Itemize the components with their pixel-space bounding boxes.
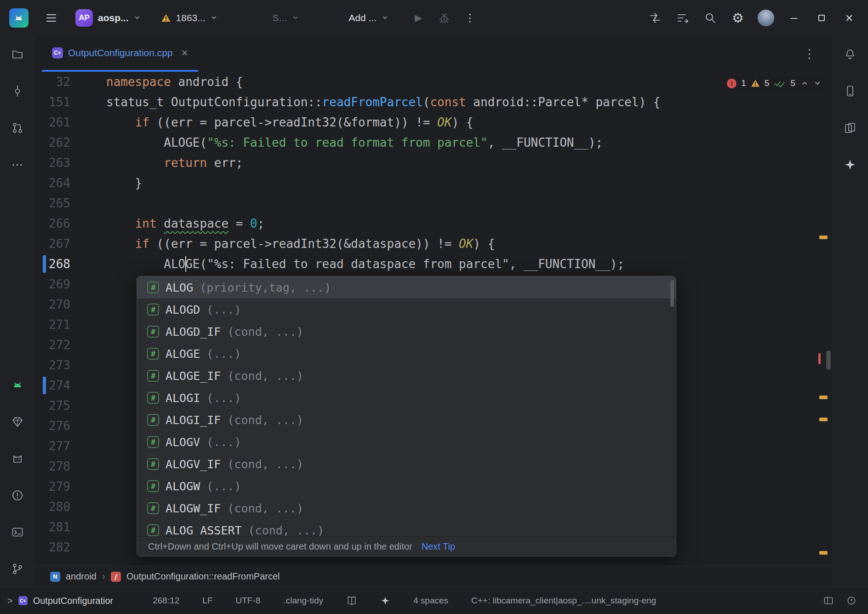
line-number[interactable]: 32	[34, 72, 106, 92]
completion-scrollbar[interactable]	[670, 280, 674, 307]
completion-item[interactable]: #ALOGW(...)	[137, 475, 676, 497]
line-number[interactable]: 266	[34, 213, 106, 234]
completion-item[interactable]: #ALOGD(...)	[137, 298, 676, 321]
completion-item[interactable]: #ALOGI_IF(cond, ...)	[137, 409, 676, 431]
code-line[interactable]: 32namespace android {	[34, 72, 832, 92]
minimize-button[interactable]: –	[786, 10, 802, 26]
chevron-down-icon[interactable]	[814, 80, 821, 87]
breadcrumb-item-function[interactable]: OutputConfiguration::readFromParcel	[126, 571, 280, 582]
completion-item[interactable]: #ALOGI(...)	[137, 387, 676, 409]
code-line[interactable]: 267 if ((err = parcel->readInt32(&datasp…	[34, 234, 832, 254]
gemini-button[interactable]	[843, 158, 857, 172]
vcs-change-marker[interactable]	[43, 255, 46, 273]
notifications-button[interactable]	[843, 47, 857, 61]
line-number[interactable]: 265	[34, 193, 106, 213]
app-quality-insights-button[interactable]	[11, 415, 24, 429]
code-line[interactable]: 265	[34, 193, 832, 213]
user-avatar[interactable]	[758, 10, 774, 26]
line-number[interactable]: 273	[34, 355, 106, 375]
overview-ruler[interactable]	[816, 72, 832, 566]
project-widget[interactable]: AP aosp...	[70, 6, 146, 30]
completion-item[interactable]: #ALOGV(...)	[137, 431, 676, 453]
code-line[interactable]: 261 if ((err = parcel->readInt32(&format…	[34, 112, 832, 132]
close-tab-icon[interactable]: ×	[182, 46, 188, 59]
line-number[interactable]: 275	[34, 396, 106, 416]
line-number[interactable]: 276	[34, 416, 106, 436]
next-tip-link[interactable]: Next Tip	[422, 541, 455, 552]
run-button[interactable]: ▶	[411, 10, 426, 26]
project-tool-button[interactable]	[11, 47, 24, 61]
statusbar-file-name[interactable]: OutputConfiguratior	[33, 596, 114, 606]
line-number[interactable]: 278	[34, 456, 106, 476]
completion-item[interactable]: #ALOGD_IF(cond, ...)	[137, 321, 676, 343]
line-number[interactable]: 263	[34, 153, 106, 173]
search-everywhere-button[interactable]	[702, 10, 718, 26]
logcat-button[interactable]	[11, 452, 24, 465]
commit-tool-button[interactable]	[11, 84, 24, 98]
problems-button[interactable]	[11, 488, 24, 502]
code-with-me-button[interactable]	[647, 10, 663, 26]
line-number[interactable]: 282	[34, 537, 106, 557]
running-devices-button[interactable]	[843, 121, 857, 135]
maximize-button[interactable]	[814, 10, 829, 26]
expand-chevron-icon[interactable]: >	[7, 596, 13, 606]
ruler-mark-warning[interactable]	[819, 396, 828, 399]
ai-sparkle-icon[interactable]	[380, 596, 390, 606]
clang-tidy-widget[interactable]: .clang-tidy	[283, 596, 323, 606]
line-number[interactable]: 281	[34, 517, 106, 537]
line-number[interactable]: 271	[34, 315, 106, 335]
device-manager-button[interactable]	[843, 84, 857, 98]
vcs-change-marker[interactable]	[43, 377, 46, 394]
chevron-up-icon[interactable]	[801, 80, 808, 87]
reader-mode-icon[interactable]	[346, 595, 357, 606]
more-tool-windows-button[interactable]: ⋯	[11, 158, 24, 172]
ruler-mark-warning[interactable]	[819, 235, 828, 239]
line-number[interactable]: 270	[34, 294, 106, 315]
line-number[interactable]: 262	[34, 132, 106, 153]
code-line[interactable]: 263 return err;	[34, 153, 832, 173]
completion-item[interactable]: #ALOG_ASSERT(cond, ...)	[137, 519, 676, 536]
ruler-mark-warning[interactable]	[819, 551, 828, 555]
main-menu-button[interactable]	[43, 10, 59, 26]
task-list-button[interactable]	[675, 10, 691, 26]
encoding-widget[interactable]: UTF-8	[236, 596, 261, 606]
editor-scrollbar-thumb[interactable]	[826, 350, 831, 370]
indent-widget[interactable]: 4 spaces	[413, 596, 448, 606]
ruler-mark-warning[interactable]	[819, 418, 828, 421]
window-layout-icon[interactable]	[823, 595, 834, 606]
pull-requests-tool-button[interactable]	[11, 121, 24, 135]
line-number[interactable]: 151	[34, 92, 106, 112]
line-number[interactable]: 279	[34, 476, 106, 497]
breadcrumb-item-namespace[interactable]: android	[66, 571, 97, 582]
line-number[interactable]: 277	[34, 436, 106, 456]
completion-item[interactable]: #ALOGV_IF(cond, ...)	[137, 453, 676, 475]
completion-item[interactable]: #ALOGW_IF(cond, ...)	[137, 497, 676, 519]
code-line[interactable]: 264 }	[34, 173, 832, 193]
device-selector-widget[interactable]: Add ...	[343, 9, 394, 27]
settings-button[interactable]: ⚙	[730, 10, 746, 26]
code-line[interactable]: 151status_t OutputConfiguration::readFro…	[34, 92, 832, 112]
completion-item[interactable]: #ALOGE(...)	[137, 343, 676, 365]
caret-position-widget[interactable]: 268:12	[153, 596, 179, 606]
toolchain-widget[interactable]: C++: libcamera_client|aosp_....unk_stagi…	[471, 596, 656, 606]
line-number[interactable]: 264	[34, 173, 106, 193]
branch-widget[interactable]: 1863...	[155, 9, 223, 27]
code-line[interactable]: 268 ALOGE("%s: Failed to read dataspace …	[34, 254, 832, 274]
more-actions-button[interactable]: ⋮	[462, 10, 478, 26]
completion-item[interactable]: #ALOGE_IF(cond, ...)	[137, 365, 676, 387]
code-line[interactable]: 262 ALOGE("%s: Failed to read format fro…	[34, 132, 832, 153]
debug-button[interactable]	[436, 10, 452, 26]
line-number[interactable]: 280	[34, 497, 106, 517]
version-control-button[interactable]	[11, 562, 24, 576]
close-window-button[interactable]: ×	[841, 10, 857, 26]
line-number[interactable]: 267	[34, 234, 106, 254]
code-editor[interactable]: 32namespace android {151status_t OutputC…	[34, 72, 832, 566]
tab-outputconfiguration-cpp[interactable]: C+ OutputConfiguration.cpp ×	[42, 35, 198, 72]
run-configuration-widget[interactable]: S...	[267, 9, 305, 27]
line-number[interactable]: 261	[34, 112, 106, 132]
line-number[interactable]: 269	[34, 274, 106, 294]
line-number[interactable]: 272	[34, 335, 106, 355]
code-line[interactable]: 266 int dataspace = 0;	[34, 213, 832, 234]
tab-options-icon[interactable]: ⋮	[803, 46, 816, 61]
terminal-button[interactable]	[11, 525, 24, 539]
